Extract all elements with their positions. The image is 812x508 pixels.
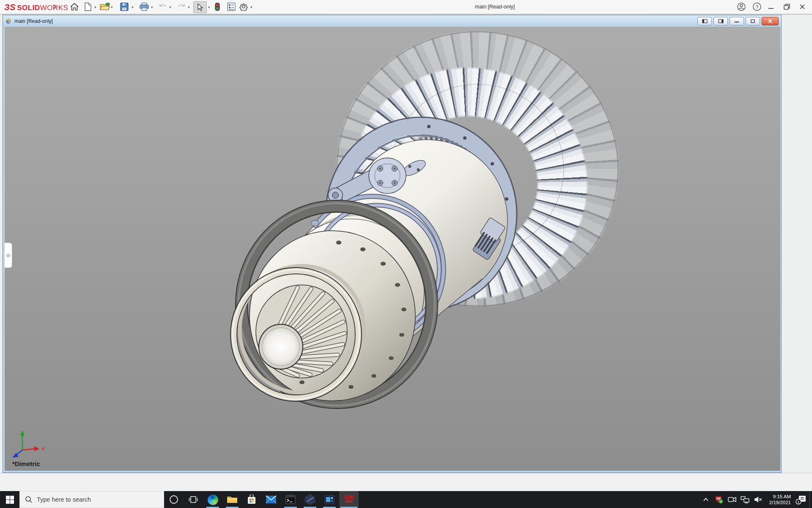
help-icon: ? [752,2,762,11]
open-caret[interactable]: ▾ [111,5,113,9]
view-orientation-label: *Dimetric [12,460,40,467]
pane-right-icon [718,19,724,23]
pane-right-toggle-button[interactable] [713,17,728,25]
help-button[interactable]: ? [752,1,762,12]
options-caret[interactable]: ▾ [250,5,252,9]
status-strip [0,473,812,491]
tray-network[interactable] [738,491,752,508]
app-window-title: main [Read-only] [448,4,541,10]
system-tray: SW 9:15 AM 2/19/2021 1 [699,491,812,508]
home-icon [70,3,79,11]
home-button[interactable] [70,1,79,12]
taskbar-item-hexagon-app[interactable] [300,491,320,508]
close-icon [799,4,805,10]
taskbar: Type here to search SW 2021 [0,491,812,508]
minimize-icon [768,4,774,10]
new-document-button[interactable] [84,1,92,12]
taskbar-search-input[interactable]: Type here to search [19,491,164,508]
triad-x-label: x [42,446,45,451]
notification-badge: 1 [797,500,799,504]
file-properties-button[interactable] [227,1,236,12]
pane-left-toggle-button[interactable] [697,17,712,25]
video-camera-icon [727,496,737,503]
logo-bold: SOLID [17,4,40,12]
edge-icon [208,494,218,505]
taskbar-clock[interactable]: 9:15 AM 2/19/2021 [765,491,793,508]
tab-grip-dot [6,254,10,257]
microsoft-store-icon [247,494,257,505]
feature-tree-collapsed-tab[interactable] [5,243,12,268]
redo-button[interactable] [177,1,186,12]
taskbar-item-task-view[interactable] [184,491,203,508]
undo-button[interactable] [158,1,167,12]
solidworks-taskbar-icon: SW 2021 [344,495,354,504]
close-button[interactable] [799,1,805,12]
redo-icon [177,3,186,11]
search-placeholder: Type here to search [37,496,91,503]
tray-solidworks-monitor[interactable]: SW [712,491,725,508]
rebuild-button[interactable] [215,1,220,12]
undo-caret[interactable]: ▾ [169,5,171,9]
options-button[interactable] [239,1,248,12]
action-center-button[interactable]: 1 [793,491,809,508]
select-tool-button[interactable] [193,1,207,13]
chevron-right-icon [52,4,57,9]
chevron-up-icon [703,497,709,502]
taskbar-item-blue-window-app[interactable] [320,491,339,508]
taskbar-item-solidworks[interactable]: SW 2021 [339,491,359,508]
restore-button[interactable] [784,1,790,12]
document-window-controls [696,17,779,25]
document-window: main [Read-only] [3,15,782,473]
save-icon [120,3,129,11]
print-button[interactable] [140,1,149,12]
new-document-icon [84,3,92,11]
start-button[interactable] [0,491,19,508]
account-button[interactable] [737,1,746,12]
taskbar-item-edge[interactable] [203,491,222,508]
print-icon [140,3,149,11]
network-icon [741,496,750,503]
minimize-icon [734,19,739,23]
document-close-button[interactable] [762,17,779,25]
close-icon [768,19,773,23]
document-minimize-button[interactable] [730,17,744,25]
restore-icon [750,19,755,23]
logo-mark: ЗS [4,3,16,12]
solidworks-shield-icon: SW [715,495,723,504]
select-caret[interactable]: ▾ [208,5,210,9]
print-caret[interactable]: ▾ [151,5,153,9]
hidden-icons-chevron[interactable] [699,491,712,508]
taskbar-item-command-prompt[interactable] [281,491,300,508]
open-button[interactable] [100,1,110,12]
taskbar-item-cortana[interactable] [164,491,184,508]
windows-start-icon [6,496,14,504]
tray-volume-muted[interactable] [752,491,765,508]
traffic-light-icon [215,3,220,11]
svg-text:SW: SW [716,497,721,500]
save-button[interactable] [120,1,129,12]
expand-menu-arrow[interactable] [52,1,57,12]
redo-caret[interactable]: ▾ [188,5,190,9]
task-view-icon [189,495,198,504]
hexagon-app-icon [305,494,315,505]
taskbar-item-file-explorer[interactable] [222,491,242,508]
document-restore-button[interactable] [746,17,760,25]
clock-time: 9:15 AM [773,494,791,500]
graphics-viewport[interactable]: x *Dimetric [5,27,780,471]
save-caret[interactable]: ▾ [132,5,134,9]
new-caret[interactable]: ▾ [94,5,96,9]
file-explorer-icon [227,495,238,504]
minimize-button[interactable] [768,1,774,12]
show-desktop-button[interactable] [809,491,812,508]
engine-nozzle-cone [256,285,347,378]
engine-model [5,27,780,471]
taskbar-item-mail[interactable] [261,491,281,508]
mail-icon [266,495,277,504]
solidworks-logo: ЗSSOLIDWORKS [4,3,68,12]
tray-meet-now[interactable] [725,491,738,508]
blue-window-app-icon [324,495,335,504]
document-titlebar[interactable]: main [Read-only] [3,15,781,27]
pane-left-icon [702,19,708,23]
taskbar-item-microsoft-store[interactable] [242,491,261,508]
volume-muted-icon [754,496,763,503]
